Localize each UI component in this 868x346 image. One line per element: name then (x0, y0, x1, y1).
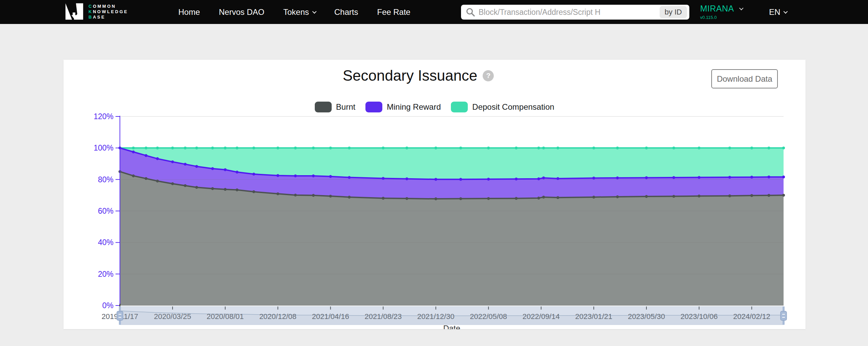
search-by-id-button[interactable]: by ID (660, 6, 687, 18)
y-axis-label: 100% (94, 143, 113, 152)
logo-line3: ASE (93, 15, 105, 20)
search-bar: by ID (461, 5, 689, 20)
logo-line1: OMMON (93, 4, 116, 9)
logo-wordmark: COMMON KNOWLEDGE BASE (88, 4, 128, 20)
top-nav-bar: COMMON KNOWLEDGE BASE Home Nervos DAO To… (0, 0, 868, 24)
chevron-down-icon (739, 6, 744, 10)
help-icon[interactable]: ? (483, 70, 494, 81)
legend-item-burnt[interactable]: Burnt (315, 102, 355, 112)
y-axis-label: 60% (98, 207, 113, 215)
legend-label: Deposit Compensation (472, 102, 554, 112)
legend-swatch-burnt (315, 102, 332, 112)
nav-item-fee-rate[interactable]: Fee Rate (377, 7, 410, 17)
legend-swatch-mining-reward (365, 102, 382, 112)
page-title: Secondary Issuance (343, 67, 478, 84)
search-input[interactable] (479, 8, 660, 17)
legend-swatch-deposit-compensation (451, 102, 468, 112)
legend-label: Burnt (336, 102, 355, 112)
ckb-logo[interactable]: COMMON KNOWLEDGE BASE (64, 3, 128, 21)
stacked-area-chart: 0%20%40%60%80%100%120%2019/11/172020/03/… (63, 111, 806, 329)
nav-item-nervos-dao[interactable]: Nervos DAO (219, 7, 264, 17)
nav-item-charts[interactable]: Charts (334, 7, 358, 17)
page: { "colors": { "brand_teal": "#00cc9b", "… (0, 0, 868, 346)
chevron-down-icon (784, 9, 788, 14)
y-axis-label: 0% (102, 301, 113, 310)
network-selector[interactable]: MIRANA v0.115.0 (700, 4, 742, 20)
y-axis-label: 40% (98, 238, 113, 247)
nav-item-tokens[interactable]: Tokens (283, 7, 315, 17)
legend-item-deposit-compensation[interactable]: Deposit Compensation (451, 102, 554, 112)
network-name: MIRANA (700, 4, 734, 14)
download-data-button[interactable]: Download Data (711, 69, 778, 88)
language-selector[interactable]: EN (769, 0, 787, 24)
x-axis-title: Date (443, 324, 460, 329)
nav-item-home[interactable]: Home (178, 7, 200, 17)
logo-line2-accent: K (88, 9, 93, 14)
chart-legend: Burnt Mining Reward Deposit Compensation (63, 102, 806, 112)
legend-label: Mining Reward (387, 102, 441, 112)
logo-line3-accent: B (88, 15, 93, 20)
chart-title-row: Secondary Issuance ? (63, 67, 789, 84)
network-version: v0.115.0 (700, 15, 742, 20)
logo-line2: NOWLEDGE (93, 9, 128, 14)
y-axis-label: 120% (94, 112, 113, 121)
language-label: EN (769, 7, 780, 17)
chevron-down-icon (312, 9, 316, 14)
main-navigation: Home Nervos DAO Tokens Charts Fee Rate (178, 0, 410, 24)
y-axis-label: 80% (98, 175, 113, 184)
y-axis-label: 20% (98, 270, 113, 278)
search-icon (466, 7, 475, 17)
chart-card: Secondary Issuance ? Download Data Burnt… (63, 60, 806, 329)
ckb-n-mark-icon (64, 3, 85, 21)
logo-line1-accent: C (88, 4, 93, 9)
legend-item-mining-reward[interactable]: Mining Reward (365, 102, 441, 112)
